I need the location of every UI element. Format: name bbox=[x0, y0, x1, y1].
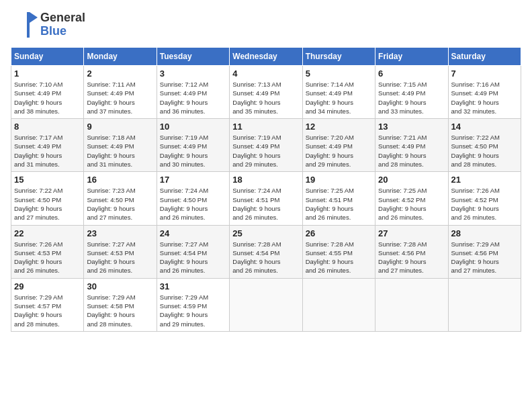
day-info: Sunrise: 7:17 AMSunset: 4:49 PMDaylight:… bbox=[14, 133, 81, 169]
weekday-header-saturday: Saturday bbox=[448, 48, 521, 66]
day-info: Sunrise: 7:29 AMSunset: 4:57 PMDaylight:… bbox=[14, 293, 81, 328]
calendar-week-row: 1Sunrise: 7:10 AMSunset: 4:49 PMDaylight… bbox=[11, 66, 521, 119]
calendar-day-cell: 4Sunrise: 7:13 AMSunset: 4:49 PMDaylight… bbox=[230, 66, 302, 119]
day-info: Sunrise: 7:21 AMSunset: 4:49 PMDaylight:… bbox=[378, 133, 445, 169]
day-info: Sunrise: 7:23 AMSunset: 4:50 PMDaylight:… bbox=[87, 186, 153, 222]
day-info: Sunrise: 7:24 AMSunset: 4:51 PMDaylight:… bbox=[232, 186, 299, 222]
day-number: 3 bbox=[160, 68, 226, 79]
calendar-day-cell: 28Sunrise: 7:29 AMSunset: 4:56 PMDayligh… bbox=[448, 225, 521, 278]
day-number: 27 bbox=[378, 228, 445, 238]
day-number: 29 bbox=[14, 281, 81, 291]
logo-svg bbox=[11, 11, 38, 39]
day-number: 24 bbox=[160, 228, 226, 238]
weekday-header-monday: Monday bbox=[84, 48, 157, 66]
calendar-day-cell: 5Sunrise: 7:14 AMSunset: 4:49 PMDaylight… bbox=[302, 66, 375, 119]
day-number: 7 bbox=[451, 68, 518, 79]
calendar-day-cell: 17Sunrise: 7:24 AMSunset: 4:50 PMDayligh… bbox=[157, 172, 229, 225]
day-info: Sunrise: 7:24 AMSunset: 4:50 PMDaylight:… bbox=[160, 186, 226, 222]
calendar-day-cell: 24Sunrise: 7:27 AMSunset: 4:54 PMDayligh… bbox=[157, 225, 229, 278]
logo-line1: General bbox=[40, 11, 85, 25]
day-number: 9 bbox=[87, 122, 153, 132]
svg-marker-0 bbox=[30, 12, 38, 23]
day-number: 23 bbox=[87, 228, 153, 238]
day-number: 25 bbox=[232, 228, 299, 238]
day-info: Sunrise: 7:15 AMSunset: 4:49 PMDaylight:… bbox=[378, 80, 445, 116]
calendar-day-cell: 16Sunrise: 7:23 AMSunset: 4:50 PMDayligh… bbox=[84, 172, 157, 225]
day-info: Sunrise: 7:27 AMSunset: 4:53 PMDaylight:… bbox=[87, 240, 153, 275]
day-info: Sunrise: 7:25 AMSunset: 4:52 PMDaylight:… bbox=[378, 186, 445, 222]
calendar-day-cell: 25Sunrise: 7:28 AMSunset: 4:54 PMDayligh… bbox=[230, 225, 302, 278]
calendar-day-cell: 22Sunrise: 7:26 AMSunset: 4:53 PMDayligh… bbox=[11, 225, 84, 278]
calendar-week-row: 8Sunrise: 7:17 AMSunset: 4:49 PMDaylight… bbox=[11, 119, 521, 172]
calendar-day-cell: 7Sunrise: 7:16 AMSunset: 4:49 PMDaylight… bbox=[448, 66, 521, 119]
day-info: Sunrise: 7:27 AMSunset: 4:54 PMDaylight:… bbox=[160, 240, 226, 275]
day-info: Sunrise: 7:22 AMSunset: 4:50 PMDaylight:… bbox=[451, 133, 518, 169]
calendar-week-row: 15Sunrise: 7:22 AMSunset: 4:50 PMDayligh… bbox=[11, 172, 521, 225]
day-info: Sunrise: 7:29 AMSunset: 4:58 PMDaylight:… bbox=[87, 293, 153, 328]
day-info: Sunrise: 7:14 AMSunset: 4:49 PMDaylight:… bbox=[306, 80, 372, 116]
day-number: 13 bbox=[378, 122, 445, 132]
day-number: 4 bbox=[232, 68, 299, 79]
calendar-day-cell: 31Sunrise: 7:29 AMSunset: 4:59 PMDayligh… bbox=[157, 278, 229, 331]
day-number: 16 bbox=[87, 175, 153, 185]
day-info: Sunrise: 7:20 AMSunset: 4:49 PMDaylight:… bbox=[306, 133, 372, 169]
day-number: 14 bbox=[451, 122, 518, 132]
day-info: Sunrise: 7:22 AMSunset: 4:50 PMDaylight:… bbox=[14, 186, 81, 222]
day-info: Sunrise: 7:26 AMSunset: 4:52 PMDaylight:… bbox=[451, 186, 518, 222]
calendar-day-cell: 3Sunrise: 7:12 AMSunset: 4:49 PMDaylight… bbox=[157, 66, 229, 119]
day-number: 5 bbox=[306, 68, 372, 79]
calendar-day-cell: 29Sunrise: 7:29 AMSunset: 4:57 PMDayligh… bbox=[11, 278, 84, 331]
calendar-day-cell bbox=[302, 278, 375, 331]
day-number: 30 bbox=[87, 281, 153, 291]
calendar-day-cell: 23Sunrise: 7:27 AMSunset: 4:53 PMDayligh… bbox=[84, 225, 157, 278]
calendar-day-cell: 10Sunrise: 7:19 AMSunset: 4:49 PMDayligh… bbox=[157, 119, 229, 172]
calendar-day-cell: 2Sunrise: 7:11 AMSunset: 4:49 PMDaylight… bbox=[84, 66, 157, 119]
day-info: Sunrise: 7:13 AMSunset: 4:49 PMDaylight:… bbox=[232, 80, 299, 116]
calendar-day-cell: 27Sunrise: 7:28 AMSunset: 4:56 PMDayligh… bbox=[375, 225, 448, 278]
calendar-day-cell: 8Sunrise: 7:17 AMSunset: 4:49 PMDaylight… bbox=[11, 119, 84, 172]
day-info: Sunrise: 7:19 AMSunset: 4:49 PMDaylight:… bbox=[160, 133, 226, 169]
calendar-day-cell: 9Sunrise: 7:18 AMSunset: 4:49 PMDaylight… bbox=[84, 119, 157, 172]
day-number: 19 bbox=[306, 175, 372, 185]
day-info: Sunrise: 7:25 AMSunset: 4:51 PMDaylight:… bbox=[306, 186, 372, 222]
day-info: Sunrise: 7:19 AMSunset: 4:49 PMDaylight:… bbox=[232, 133, 299, 169]
day-info: Sunrise: 7:12 AMSunset: 4:49 PMDaylight:… bbox=[160, 80, 226, 116]
day-info: Sunrise: 7:10 AMSunset: 4:49 PMDaylight:… bbox=[14, 80, 81, 116]
day-number: 20 bbox=[378, 175, 445, 185]
calendar-week-row: 22Sunrise: 7:26 AMSunset: 4:53 PMDayligh… bbox=[11, 225, 521, 278]
day-number: 11 bbox=[232, 122, 299, 132]
day-number: 31 bbox=[160, 281, 226, 291]
calendar-day-cell: 19Sunrise: 7:25 AMSunset: 4:51 PMDayligh… bbox=[302, 172, 375, 225]
calendar-day-cell: 15Sunrise: 7:22 AMSunset: 4:50 PMDayligh… bbox=[11, 172, 84, 225]
calendar-body: 1Sunrise: 7:10 AMSunset: 4:49 PMDaylight… bbox=[11, 66, 521, 332]
weekday-header-wednesday: Wednesday bbox=[230, 48, 302, 66]
weekday-header-sunday: Sunday bbox=[11, 48, 84, 66]
day-number: 2 bbox=[87, 68, 153, 79]
calendar-day-cell: 20Sunrise: 7:25 AMSunset: 4:52 PMDayligh… bbox=[375, 172, 448, 225]
calendar-day-cell: 18Sunrise: 7:24 AMSunset: 4:51 PMDayligh… bbox=[230, 172, 302, 225]
day-info: Sunrise: 7:16 AMSunset: 4:49 PMDaylight:… bbox=[451, 80, 518, 116]
calendar-day-cell: 21Sunrise: 7:26 AMSunset: 4:52 PMDayligh… bbox=[448, 172, 521, 225]
calendar-day-cell: 6Sunrise: 7:15 AMSunset: 4:49 PMDaylight… bbox=[375, 66, 448, 119]
calendar-day-cell: 26Sunrise: 7:28 AMSunset: 4:55 PMDayligh… bbox=[302, 225, 375, 278]
day-number: 1 bbox=[14, 68, 81, 79]
calendar-day-cell: 13Sunrise: 7:21 AMSunset: 4:49 PMDayligh… bbox=[375, 119, 448, 172]
calendar-week-row: 29Sunrise: 7:29 AMSunset: 4:57 PMDayligh… bbox=[11, 278, 521, 331]
day-info: Sunrise: 7:26 AMSunset: 4:53 PMDaylight:… bbox=[14, 240, 81, 275]
logo-line2: Blue bbox=[40, 25, 85, 38]
day-number: 12 bbox=[306, 122, 372, 132]
day-number: 17 bbox=[160, 175, 226, 185]
day-info: Sunrise: 7:29 AMSunset: 4:59 PMDaylight:… bbox=[160, 293, 226, 328]
logo: GeneralBlue bbox=[11, 11, 85, 39]
day-number: 28 bbox=[451, 228, 518, 238]
day-number: 26 bbox=[306, 228, 372, 238]
day-info: Sunrise: 7:11 AMSunset: 4:49 PMDaylight:… bbox=[87, 80, 153, 116]
calendar-day-cell: 11Sunrise: 7:19 AMSunset: 4:49 PMDayligh… bbox=[230, 119, 302, 172]
weekday-header-tuesday: Tuesday bbox=[157, 48, 229, 66]
day-number: 21 bbox=[451, 175, 518, 185]
day-info: Sunrise: 7:28 AMSunset: 4:56 PMDaylight:… bbox=[378, 240, 445, 275]
calendar-day-cell: 14Sunrise: 7:22 AMSunset: 4:50 PMDayligh… bbox=[448, 119, 521, 172]
weekday-header-row: SundayMondayTuesdayWednesdayThursdayFrid… bbox=[11, 48, 521, 66]
day-number: 22 bbox=[14, 228, 81, 238]
weekday-header-friday: Friday bbox=[375, 48, 448, 66]
